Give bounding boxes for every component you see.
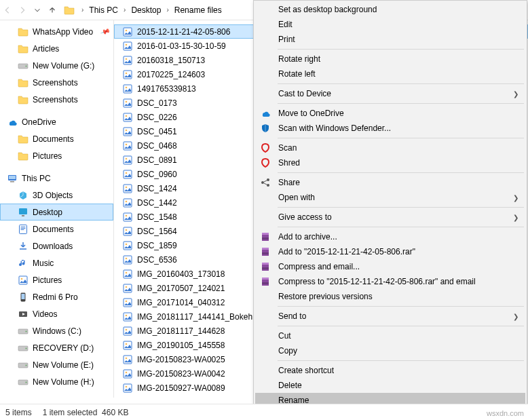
drive-icon xyxy=(18,60,29,71)
onedrive-icon xyxy=(7,117,18,128)
image-icon xyxy=(122,69,133,80)
file-name: IMG_20160403_173018 xyxy=(137,269,225,279)
file-name: IMG_20181117_144141_Bokeh xyxy=(137,312,252,322)
image-icon xyxy=(122,140,133,151)
nav-windows-c[interactable]: Windows (C:) xyxy=(0,322,113,339)
watermark: wsxdn.com xyxy=(487,409,524,417)
file-name: 2016-01-03-15-30-10-59 xyxy=(137,41,226,51)
image-icon xyxy=(122,340,133,351)
menu-cast-to-device[interactable]: Cast to Device❯ xyxy=(255,86,525,101)
nav-screenshots-2[interactable]: Screenshots xyxy=(0,91,113,108)
nav-whatsapp-video[interactable]: WhatsApp Video📌 xyxy=(0,23,113,40)
image-icon xyxy=(122,55,133,66)
nav-this-pc[interactable]: This PC xyxy=(0,170,113,187)
breadcrumb-desktop[interactable]: Desktop xyxy=(128,5,164,15)
menu-separator xyxy=(278,306,524,307)
nav-videos[interactable]: Videos xyxy=(0,305,113,322)
image-icon xyxy=(122,368,133,379)
image-icon xyxy=(122,240,133,251)
menu-compress-to-rar-email[interactable]: Compress to "2015-12-11-21-42-05-806.rar… xyxy=(255,274,525,289)
file-name: IMG_20181117_144628 xyxy=(137,326,225,336)
nav-new-volume-g[interactable]: New Volume (G:) xyxy=(0,57,113,74)
nav-screenshots-1[interactable]: Screenshots xyxy=(0,74,113,91)
image-icon xyxy=(122,41,133,52)
desktop-icon xyxy=(18,207,29,218)
nav-onedrive-pictures[interactable]: Pictures xyxy=(0,147,113,164)
chevron-icon: › xyxy=(79,6,86,14)
breadcrumb-current[interactable]: Rename files xyxy=(172,5,225,15)
shield-icon xyxy=(260,123,271,134)
nav-3d-objects[interactable]: 3D Objects xyxy=(0,187,113,204)
file-name: DSC_6536 xyxy=(137,255,177,265)
chevron-right-icon: ❯ xyxy=(513,194,518,202)
folder-icon xyxy=(64,5,75,16)
nav-articles[interactable]: Articles xyxy=(0,40,113,57)
image-icon xyxy=(122,383,133,394)
image-icon xyxy=(122,112,133,123)
menu-add-to-archive[interactable]: Add to archive... xyxy=(255,229,525,244)
chevron-icon: › xyxy=(164,6,171,14)
menu-copy[interactable]: Copy xyxy=(255,343,525,358)
nav-onedrive[interactable]: OneDrive xyxy=(0,113,113,130)
nav-back-button[interactable] xyxy=(0,1,15,19)
image-icon xyxy=(122,297,133,308)
menu-send-to[interactable]: Send to❯ xyxy=(255,309,525,324)
menu-compress-email[interactable]: Compress and email... xyxy=(255,259,525,274)
chevron-right-icon: ❯ xyxy=(513,90,518,98)
share-icon xyxy=(260,177,271,188)
nav-pictures[interactable]: Pictures xyxy=(0,271,113,288)
menu-set-background[interactable]: Set as desktop background xyxy=(255,2,525,17)
menu-share[interactable]: Share xyxy=(255,175,525,190)
pc-icon xyxy=(7,173,18,184)
nav-redmi-6-pro[interactable]: Redmi 6 Pro xyxy=(0,288,113,305)
file-name: DSC_0173 xyxy=(137,98,177,108)
menu-delete[interactable]: Delete xyxy=(255,378,525,393)
file-name: DSC_1442 xyxy=(137,198,177,208)
menu-rotate-right[interactable]: Rotate right xyxy=(255,52,525,66)
chevron-right-icon: ❯ xyxy=(513,214,518,221)
menu-separator xyxy=(278,103,524,104)
nav-onedrive-documents[interactable]: Documents xyxy=(0,130,113,147)
nav-recovery-d[interactable]: RECOVERY (D:) xyxy=(0,339,113,356)
menu-scan-defender[interactable]: Scan with Windows Defender... xyxy=(255,121,525,136)
image-icon xyxy=(122,126,133,137)
nav-up-button[interactable] xyxy=(45,1,60,19)
menu-separator xyxy=(278,172,524,173)
nav-new-volume-h[interactable]: New Volume (H:) xyxy=(0,373,113,390)
nav-network[interactable]: Network xyxy=(0,396,113,398)
menu-give-access-to[interactable]: Give access to❯ xyxy=(255,210,525,225)
status-bar: 5 items 1 item selected 460 KB xyxy=(0,404,528,420)
nav-downloads[interactable]: Downloads xyxy=(0,237,113,254)
menu-print[interactable]: Print xyxy=(255,32,525,47)
3d-icon xyxy=(18,190,29,201)
menu-rotate-left[interactable]: Rotate left xyxy=(255,66,525,81)
mcafee-icon xyxy=(260,142,271,153)
videos-icon xyxy=(18,309,29,320)
menu-scan[interactable]: Scan xyxy=(255,140,525,155)
rar-icon xyxy=(260,276,271,287)
nav-forward-button[interactable] xyxy=(15,1,30,19)
nav-music[interactable]: Music xyxy=(0,254,113,271)
menu-open-with[interactable]: Open with❯ xyxy=(255,190,525,205)
image-icon xyxy=(122,326,133,337)
menu-move-to-onedrive[interactable]: Move to OneDrive xyxy=(255,106,525,121)
menu-restore-versions[interactable]: Restore previous versions xyxy=(255,289,525,304)
file-name: 2015-12-11-21-42-05-806 xyxy=(137,27,230,37)
nav-recent-button[interactable] xyxy=(30,1,45,19)
nav-new-volume-e[interactable]: New Volume (E:) xyxy=(0,356,113,373)
nav-documents[interactable]: Documents xyxy=(0,221,113,237)
rar-icon xyxy=(260,231,271,242)
rar-icon xyxy=(260,246,271,257)
menu-edit[interactable]: Edit xyxy=(255,17,525,32)
breadcrumb-root[interactable]: This PC xyxy=(86,5,121,15)
drive-icon xyxy=(18,326,29,337)
chevron-right-icon: ❯ xyxy=(513,313,518,320)
nav-desktop[interactable]: Desktop xyxy=(0,204,113,221)
menu-separator xyxy=(278,83,524,84)
menu-add-to-rar[interactable]: Add to "2015-12-11-21-42-05-806.rar" xyxy=(255,244,525,259)
menu-create-shortcut[interactable]: Create shortcut xyxy=(255,363,525,378)
file-name: DSC_0226 xyxy=(137,113,177,122)
image-icon xyxy=(122,197,133,208)
menu-cut[interactable]: Cut xyxy=(255,328,525,343)
menu-shred[interactable]: Shred xyxy=(255,155,525,170)
